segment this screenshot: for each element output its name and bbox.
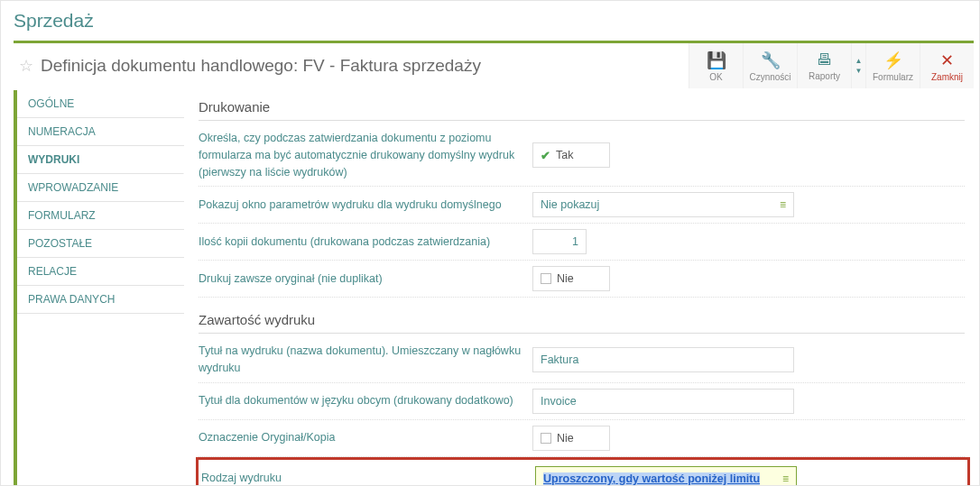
select-rodzaj-wydruku[interactable]: Uproszczony, gdy wartość poniżej limitu … xyxy=(535,466,797,486)
checkbox-always-original-value: Nie xyxy=(557,272,574,285)
toolbar: 💾 OK 🔧 Czynności 🖶 Raporty ▲▼ ⚡ Formular… xyxy=(689,43,974,88)
sidebar-item-ogolne[interactable]: OGÓLNE xyxy=(17,90,184,118)
reports-label: Raporty xyxy=(809,71,840,81)
row-title-on-print: Tytuł na wydruku (nazwa dokumentu). Umie… xyxy=(199,337,965,383)
save-icon: 💾 xyxy=(707,50,726,70)
row-copies: Ilość kopii dokumentu (drukowana podczas… xyxy=(199,224,965,261)
select-show-params-value: Nie pokazuj xyxy=(541,198,599,211)
page-header: Sprzedaż xyxy=(1,1,979,37)
section-title-zawartosc: Zawartość wydruku xyxy=(199,307,965,334)
label-rodzaj-wydruku: Rodzaj wydruku xyxy=(201,470,535,486)
sidebar-item-pozostale[interactable]: POZOSTAŁE xyxy=(17,230,184,258)
label-copies: Ilość kopii dokumentu (drukowana podczas… xyxy=(199,234,532,251)
label-print-auto: Określa, czy podczas zatwierdzania dokum… xyxy=(199,130,532,180)
reports-button[interactable]: 🖶 Raporty xyxy=(797,43,851,88)
checkbox-always-original[interactable]: Nie xyxy=(532,266,610,291)
row-always-original: Drukuj zawsze oryginał (nie duplikat) Ni… xyxy=(199,261,965,298)
checkbox-box-icon xyxy=(541,273,551,284)
close-icon: ✕ xyxy=(940,50,954,70)
close-button[interactable]: ✕ Zamknij xyxy=(920,43,974,88)
row-foreign-title: Tytuł dla dokumentów w języku obcym (dru… xyxy=(199,383,965,420)
sidebar-item-formularz[interactable]: FORMULARZ xyxy=(17,202,184,230)
ok-label: OK xyxy=(709,72,722,82)
select-show-params[interactable]: Nie pokazuj ≡ xyxy=(532,192,794,217)
row-print-auto: Określa, czy podczas zatwierdzania dokum… xyxy=(199,124,965,187)
label-foreign-title: Tytuł dla dokumentów w języku obcym (dru… xyxy=(199,392,532,409)
toggle-print-auto[interactable]: ✔ Tak xyxy=(532,142,610,168)
printer-icon: 🖶 xyxy=(817,50,833,69)
list-icon: ≡ xyxy=(780,198,786,211)
bolt-icon: ⚡ xyxy=(883,50,903,70)
checkbox-original-copy-value: Nie xyxy=(557,432,574,445)
sidebar: OGÓLNE NUMERACJA WYDRUKI WPROWADZANIE FO… xyxy=(17,90,184,486)
content-panel: Drukowanie Określa, czy podczas zatwierd… xyxy=(184,90,974,486)
page-title: Sprzedaż xyxy=(14,10,966,32)
toolbar-dropdown[interactable]: ▲▼ xyxy=(851,43,865,88)
input-foreign-title[interactable] xyxy=(532,389,794,414)
sidebar-item-numeracja[interactable]: NUMERACJA xyxy=(17,118,184,146)
wrench-icon: 🔧 xyxy=(761,50,781,70)
row-rodzaj-wydruku: Rodzaj wydruku Uproszczony, gdy wartość … xyxy=(199,461,965,486)
document-bar-left: ☆ Definicja dokumentu handlowego: FV - F… xyxy=(14,43,689,88)
close-label: Zamknij xyxy=(931,72,963,82)
page-root: Sprzedaż ☆ Definicja dokumentu handloweg… xyxy=(0,0,980,486)
label-title-on-print: Tytuł na wydruku (nazwa dokumentu). Umie… xyxy=(199,343,532,377)
list-icon: ≡ xyxy=(782,472,789,485)
chevron-up-icon: ▲ xyxy=(855,57,863,65)
label-always-original: Drukuj zawsze oryginał (nie duplikat) xyxy=(199,271,532,288)
input-copies-value: 1 xyxy=(541,235,578,248)
favorite-star-icon[interactable]: ☆ xyxy=(19,56,33,76)
toggle-print-auto-value: Tak xyxy=(556,149,573,161)
sidebar-item-prawa-danych[interactable]: PRAWA DANYCH xyxy=(17,286,184,314)
actions-button[interactable]: 🔧 Czynności xyxy=(743,43,797,88)
input-copies[interactable]: 1 xyxy=(532,229,587,254)
chevron-down-icon: ▼ xyxy=(855,67,863,75)
highlighted-row-rodzaj-wydruku: Rodzaj wydruku Uproszczony, gdy wartość … xyxy=(196,457,970,486)
form-button[interactable]: ⚡ Formularz xyxy=(865,43,920,88)
check-icon: ✔ xyxy=(541,149,550,162)
body-split: OGÓLNE NUMERACJA WYDRUKI WPROWADZANIE FO… xyxy=(14,90,974,486)
sidebar-item-relacje[interactable]: RELACJE xyxy=(17,258,184,286)
actions-label: Czynności xyxy=(749,72,790,82)
section-title-drukowanie: Drukowanie xyxy=(199,94,965,121)
document-bar: ☆ Definicja dokumentu handlowego: FV - F… xyxy=(14,41,974,88)
select-rodzaj-wydruku-value: Uproszczony, gdy wartość poniżej limitu xyxy=(543,472,760,485)
checkbox-original-copy[interactable]: Nie xyxy=(532,426,610,451)
document-title: Definicja dokumentu handlowego: FV - Fak… xyxy=(41,56,481,76)
label-original-copy: Oznaczenie Oryginał/Kopia xyxy=(199,429,532,446)
form-label: Formularz xyxy=(873,72,913,82)
sidebar-item-wydruki[interactable]: WYDRUKI xyxy=(17,146,184,174)
sidebar-item-wprowadzanie[interactable]: WPROWADZANIE xyxy=(17,174,184,202)
row-show-params: Pokazuj okno parametrów wydruku dla wydr… xyxy=(199,187,965,224)
ok-button[interactable]: 💾 OK xyxy=(689,43,743,88)
checkbox-box-icon xyxy=(541,433,551,444)
label-show-params: Pokazuj okno parametrów wydruku dla wydr… xyxy=(199,197,532,214)
row-original-copy: Oznaczenie Oryginał/Kopia Nie xyxy=(199,420,965,457)
input-title-on-print[interactable] xyxy=(532,347,794,372)
document-container: ☆ Definicja dokumentu handlowego: FV - F… xyxy=(14,41,974,486)
